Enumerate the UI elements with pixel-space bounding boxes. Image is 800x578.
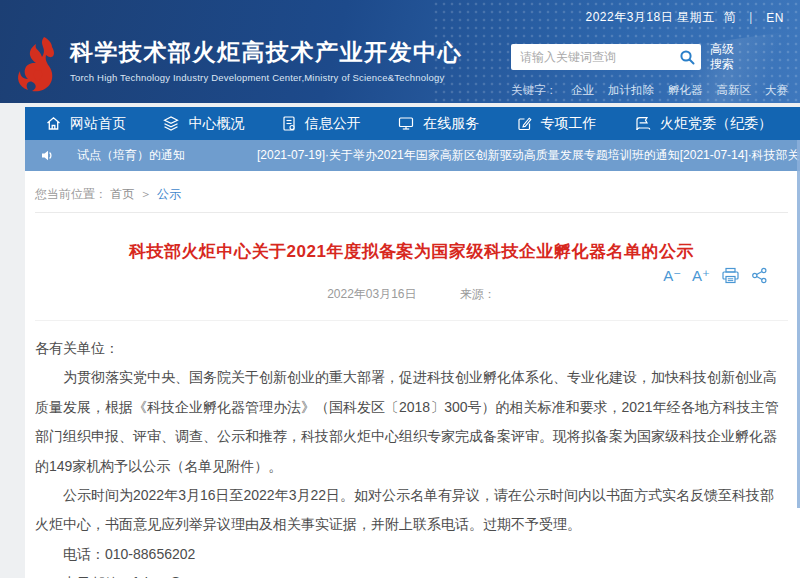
nav-label: 中心概况 — [188, 115, 244, 133]
share-button[interactable] — [751, 267, 768, 284]
hot-keywords: 关键字： 企业 加计扣除 孵化器 高新区 大赛 — [511, 83, 788, 98]
nav-item-overview[interactable]: 中心概况 — [162, 115, 244, 133]
main-content: 您当前位置： 首页 ＞ 公示 科技部火炬中心关于2021年度拟备案为国家级科技企… — [25, 171, 800, 578]
breadcrumb-home-link[interactable]: 首页 — [110, 187, 134, 201]
party-flag-icon — [633, 115, 652, 132]
phone-line: 电话：010-88656202 — [35, 540, 786, 569]
nav-item-online-services[interactable]: 在线服务 — [397, 115, 479, 133]
document-icon — [281, 115, 297, 132]
article-source-label: 来源： — [460, 287, 496, 301]
main-nav: 网站首页 中心概况 信息公开 在线服务 — [25, 107, 800, 140]
nav-label: 信息公开 — [305, 115, 361, 133]
content-divider — [35, 320, 788, 321]
print-button[interactable] — [721, 267, 740, 284]
search-button[interactable] — [673, 44, 701, 70]
brand: 科学技术部火炬高技术产业开发中心 Torch High Technology I… — [14, 33, 462, 93]
ticker-notice-link[interactable]: [2021-07-14]·科技部关于举 — [680, 147, 800, 164]
breadcrumb-current-link[interactable]: 公示 — [157, 187, 181, 201]
nav-label: 专项工作 — [541, 115, 597, 133]
advanced-search-line2: 搜索 — [710, 57, 734, 72]
ticker-notice-link[interactable]: 试点（培育）的通知 — [77, 147, 185, 164]
home-icon — [45, 115, 62, 132]
nav-item-info-disclosure[interactable]: 信息公开 — [281, 115, 361, 133]
speaker-icon — [40, 148, 55, 163]
site-header: 2022年3月18日 星期五 简 ｜ EN 科学技术部火炬高技术产业开发中心 T… — [0, 0, 800, 103]
monitor-icon — [397, 115, 415, 132]
lang-simplified-link[interactable]: 简 — [724, 9, 737, 26]
layers-icon — [162, 115, 180, 132]
brand-text: 科学技术部火炬高技术产业开发中心 Torch High Technology I… — [70, 33, 462, 83]
article-body: 各有关单位： 为贯彻落实党中央、国务院关于创新创业的重大部署，促进科技创业孵化体… — [33, 334, 790, 578]
nav-item-home[interactable]: 网站首页 — [45, 115, 126, 133]
lang-en-link[interactable]: EN — [766, 11, 784, 25]
printer-icon — [721, 267, 740, 284]
keyword-link[interactable]: 企业 — [571, 83, 594, 98]
site-title: 科学技术部火炬高技术产业开发中心 — [70, 39, 462, 67]
nav-label: 在线服务 — [423, 115, 479, 133]
share-icon — [751, 267, 768, 284]
article-tools: A⁻ A⁺ — [663, 267, 768, 284]
torch-logo-icon — [14, 35, 60, 93]
nav-label: 火炬党委（纪委） — [660, 115, 772, 133]
salutation: 各有关单位： — [35, 334, 786, 363]
keyword-link[interactable]: 孵化器 — [668, 83, 703, 98]
paragraph: 公示时间为2022年3月16日至2022年3月22日。如对公示名单有异议，请在公… — [35, 481, 786, 540]
keyword-link[interactable]: 大赛 — [765, 83, 788, 98]
lang-divider: ｜ — [745, 9, 757, 26]
keywords-label: 关键字： — [511, 83, 557, 98]
notice-ticker: 试点（培育）的通知 [2021-07-19]·关于举办2021年国家高新区创新驱… — [25, 140, 800, 171]
paragraph: 为贯彻落实党中央、国务院关于创新创业的重大部署，促进科技创业孵化体系化、专业化建… — [35, 363, 786, 481]
site-subtitle: Torch High Technology Industry Developme… — [70, 72, 462, 83]
breadcrumb: 您当前位置： 首页 ＞ 公示 — [35, 171, 788, 213]
keyword-link[interactable]: 高新区 — [717, 83, 752, 98]
advanced-search-line1: 高级 — [710, 42, 734, 57]
search-icon — [679, 49, 696, 66]
ticker-notice-link[interactable]: [2021-07-19]·关于举办2021年国家高新区创新驱动高质量发展专题培训… — [257, 147, 680, 164]
breadcrumb-label: 您当前位置： — [35, 187, 107, 201]
article-date: 2022年03月16日 — [327, 287, 416, 301]
topbar: 2022年3月18日 星期五 简 ｜ EN — [586, 9, 785, 26]
nav-item-party-committee[interactable]: 火炬党委（纪委） — [633, 115, 772, 133]
nav-label: 网站首页 — [70, 115, 126, 133]
breadcrumb-separator: ＞ — [140, 187, 152, 201]
nav-item-special-projects[interactable]: 专项工作 — [516, 115, 597, 133]
keyword-link[interactable]: 加计扣除 — [608, 83, 654, 98]
article-title: 科技部火炬中心关于2021年度拟备案为国家级科技企业孵化器名单的公示 — [33, 240, 790, 263]
advanced-search-link[interactable]: 高级 搜索 — [710, 42, 734, 72]
current-date: 2022年3月18日 星期五 — [586, 9, 715, 26]
pen-icon — [516, 115, 533, 132]
email-line: 电子邮箱：fuhq2@ctp.gov.cn — [35, 569, 786, 578]
font-decrease-button[interactable]: A⁻ — [663, 268, 681, 283]
font-increase-button[interactable]: A⁺ — [692, 268, 710, 283]
search-zone: 高级 搜索 关键字： 企业 加计扣除 孵化器 高新区 大赛 — [511, 42, 788, 98]
article-meta: 2022年03月16日 来源： — [33, 286, 790, 303]
